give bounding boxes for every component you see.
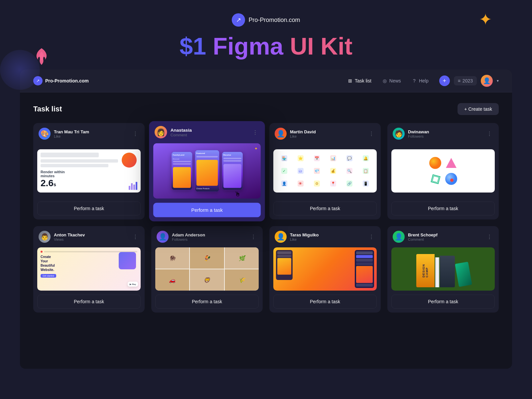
cards-grid: 🎨 Tran Mau Tri Tam Like ⋮ Ren [33,123,499,313]
icon-17: 🔗 [346,181,352,187]
card-4-3d-shapes [391,149,495,193]
card-featured: 👩 Anastasia Comment ⋮ ✦ FamilyLa [149,121,265,221]
card-8-design-camp: DESIGNCAMP [391,247,495,291]
card-3-icons-grid: 🏪 ⭐ 📅 📊 💬 🔔 ✓ 🗂 💎 💰 🔍 📋 [273,149,377,193]
card-7-menu[interactable]: ⋮ [367,232,375,241]
card-1-avatar: 🎨 [39,128,51,140]
card-4-menu[interactable]: ⋮ [485,129,493,138]
pattern-6: 🌾 [225,269,259,291]
card-4-header: 🧑 Dwinawan Followers ⋮ [387,123,499,144]
card-8-menu[interactable]: ⋮ [485,232,493,241]
nav-news-link[interactable]: ◎ News [382,78,401,83]
nav-links: ⊞ Task list ◎ News ? Help [347,78,429,83]
nav-help-label: Help [419,78,429,83]
pattern-2: 🐓 [190,247,224,269]
icon-13: 👤 [281,181,287,187]
page-title: Task list [33,105,62,113]
card-7-mobile-app [273,247,377,291]
card-5-role: Views [54,237,128,241]
shape-sphere [429,156,442,170]
card-5-header: 👨 Anton Tkachev Views ⋮ [33,226,145,247]
pattern-5: 🦁 [190,269,224,291]
main-content: Task list + Create task 🎨 Tran Mau Tri T… [20,92,512,323]
svg-point-0 [429,157,441,169]
shape-blue-sphere [445,172,458,186]
card-4-perform-button[interactable]: Perform a task [391,201,495,215]
promo-title-kit: Kit [321,33,352,60]
card-5-avatar: 👨 [39,231,51,243]
icon-4: 📊 [330,155,336,161]
card-5-menu[interactable]: ⋮ [131,232,139,241]
card-render: 🎨 Tran Mau Tri Tam Like ⋮ Ren [33,123,145,219]
card-6-menu[interactable]: ⋮ [249,232,257,241]
nav-dropdown-arrow[interactable]: ▾ [497,78,499,83]
website-btn: Get started [41,274,56,278]
card-6-user-info: Adam Anderson Followers [172,232,246,241]
card-design-camp: 👤 Brent Schoepf Comment ⋮ DESIGNCAMP [387,226,499,313]
create-task-button[interactable]: + Create task [458,103,499,115]
card-6-perform-button[interactable]: Perform a task [155,295,259,309]
card-1-render: Render within minutes 2.6s [37,149,141,193]
card-1-username: Tran Mau Tri Tam [54,129,128,134]
card-1-perform-button[interactable]: Perform a task [37,201,141,215]
card-7-role: Like [290,237,364,241]
nav-brand[interactable]: ↗ Pro-Promotion.com [33,76,89,85]
app-window: ↗ Pro-Promotion.com ⊞ Task list ◎ News ?… [20,69,512,369]
card-8-perform-button[interactable]: Perform a task [391,295,495,309]
card-7-perform-button[interactable]: Perform a task [273,295,377,309]
brand-icon: ↗ [232,13,245,27]
nav-tasklist-link[interactable]: ⊞ Task list [347,78,371,83]
card-4-user-info: Dwinawan Followers [408,129,482,138]
card-3-user-info: Martin David Like [290,129,364,138]
card-7-username: Taras Migulko [290,232,364,237]
card-3-avatar: 👤 [275,128,287,140]
card-7-header: 👤 Taras Migulko Like ⋮ [269,226,381,247]
card-6-username: Adam Anderson [172,232,246,237]
shapes-container [429,156,458,186]
icon-8: 🗂 [298,168,304,174]
nav-year-value: 2023 [463,78,473,83]
card-5-username: Anton Tkachev [54,232,128,237]
icon-18: 📱 [363,181,369,187]
card-2-role: Comment [171,133,248,137]
card-4-username: Dwinawan [408,129,482,134]
icon-2: ⭐ [298,155,304,161]
pattern-1: 🦬 [155,247,189,269]
card-3-perform-button[interactable]: Perform a task [273,201,377,215]
nav-news-label: News [389,78,401,83]
card-8-user-info: Brent Schoepf Comment [408,232,482,241]
svg-rect-4 [432,176,439,183]
pattern-grid: 🦬 🐓 🌿 🚗 🦁 🌾 [155,247,259,291]
tasklist-icon: ⊞ [347,78,353,83]
nav-help-link[interactable]: ? Help [412,78,429,83]
card-2-image: ✦ FamilyLand Discover [153,143,261,199]
card-3-role: Like [290,134,364,138]
icon-14: 👁 [298,181,304,187]
nav-avatar[interactable]: 👤 [481,75,493,87]
icon-16: 📍 [330,181,336,187]
card-3-image: 🏪 ⭐ 📅 📊 💬 🔔 ✓ 🗂 💎 💰 🔍 📋 [273,144,377,198]
card-7-user-info: Taras Migulko Like [290,232,364,241]
card-2-username: Anastasia [171,128,248,133]
card-3-header: 👤 Martin David Like ⋮ [269,123,381,144]
card-2-perform-button[interactable]: Perform a task [153,203,261,217]
nav-year-badge[interactable]: ≡ 2023 [454,76,477,85]
card-3-menu[interactable]: ⋮ [367,129,375,138]
card-7-avatar: 👤 [275,231,287,243]
card-2-menu[interactable]: ⋮ [251,128,259,137]
card-1-menu[interactable]: ⋮ [131,129,139,138]
nav-plus-button[interactable]: + [439,75,450,86]
navbar: ↗ Pro-Promotion.com ⊞ Task list ◎ News ?… [20,69,512,92]
nav-actions: + ≡ 2023 👤 ▾ [439,75,499,87]
icon-3: 📅 [314,155,320,161]
card-7-image [273,247,377,291]
pattern-3: 🌿 [225,247,259,269]
card-2-header: 👩 Anastasia Comment ⋮ [149,121,265,143]
shape-pyramid [445,156,458,170]
promo-title-ui: UI [290,33,314,60]
card-6-image: 🦬 🐓 🌿 🚗 🦁 🌾 [155,247,259,291]
phone-right: Receive [222,152,242,190]
card-5-perform-button[interactable]: Perform a task [37,295,141,309]
card-4-avatar: 🧑 [393,128,405,140]
svg-marker-1 [446,158,457,168]
